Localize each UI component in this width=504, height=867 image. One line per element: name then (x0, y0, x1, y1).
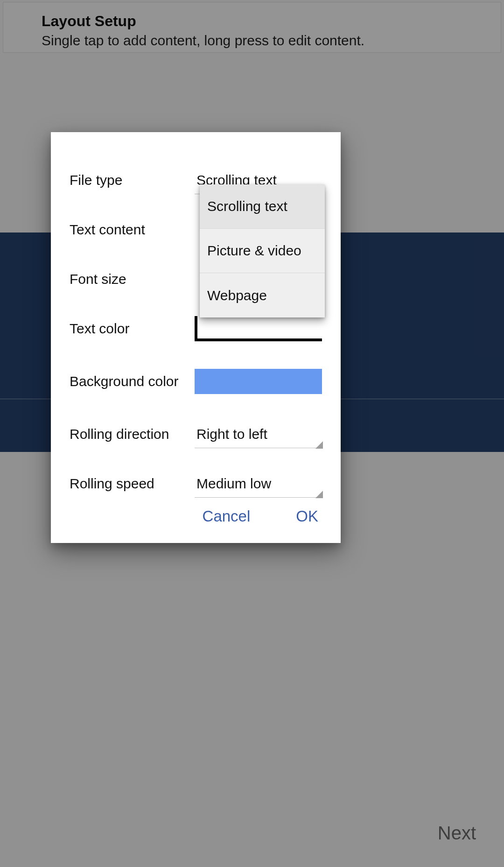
rolling-speed-spinner[interactable]: Medium low (195, 470, 322, 498)
file-type-label: File type (70, 172, 195, 188)
rolling-direction-value: Right to left (196, 426, 267, 442)
rolling-speed-label: Rolling speed (70, 476, 195, 492)
dropdown-triangle-icon (315, 491, 323, 498)
dropdown-option-webpage[interactable]: Webpage (200, 273, 325, 317)
file-type-dropdown: Scrolling text Picture & video Webpage (200, 184, 325, 317)
rolling-speed-value: Medium low (196, 476, 271, 492)
rolling-speed-row: Rolling speed Medium low (70, 459, 322, 508)
font-size-label: Font size (70, 271, 195, 287)
rolling-direction-label: Rolling direction (70, 426, 195, 442)
rolling-direction-row: Rolling direction Right to left (70, 409, 322, 459)
background-color-label: Background color (70, 374, 195, 389)
background-color-row: Background color (70, 353, 322, 409)
text-content-label: Text content (70, 222, 195, 238)
ok-button[interactable]: OK (287, 503, 327, 530)
dropdown-option-picture-video[interactable]: Picture & video (200, 229, 325, 273)
text-color-swatch[interactable] (195, 316, 322, 341)
background-color-swatch[interactable] (195, 369, 322, 394)
rolling-direction-spinner[interactable]: Right to left (195, 420, 322, 448)
text-color-label: Text color (70, 321, 195, 337)
dropdown-option-scrolling-text[interactable]: Scrolling text (200, 184, 325, 229)
dropdown-triangle-icon (315, 441, 323, 449)
dialog-actions: Cancel OK (194, 503, 327, 530)
cancel-button[interactable]: Cancel (194, 503, 259, 530)
